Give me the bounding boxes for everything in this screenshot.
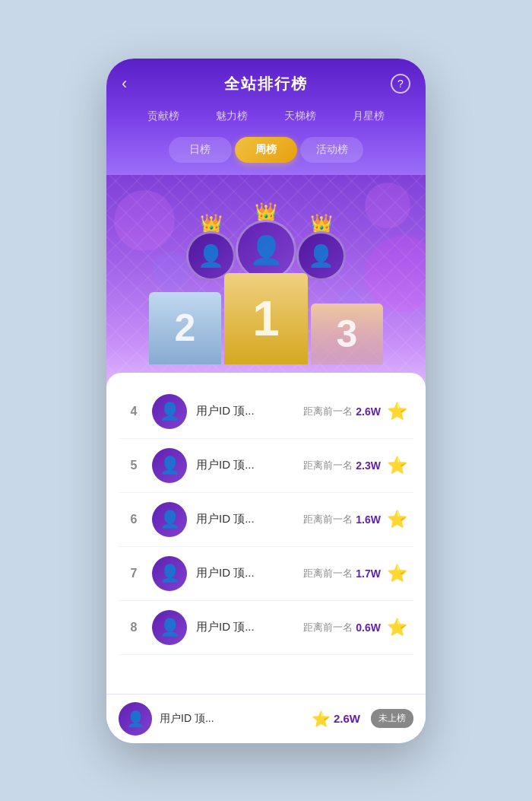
- star-icon: ⭐: [387, 402, 407, 421]
- rank-avatar: 👤: [152, 502, 187, 537]
- rank-username: 用户ID 顶...: [196, 512, 303, 526]
- list-item: 5 👤 用户ID 顶... 距离前一名 2.3W ⭐: [119, 439, 413, 493]
- rank-username: 用户ID 顶...: [196, 620, 303, 634]
- podium-block-2: 2: [149, 292, 221, 364]
- rank-score-label: 距离前一名: [303, 459, 353, 472]
- header: ‹ 全站排行榜 ? 贡献榜 魅力榜 天梯榜 月星榜 日榜 周榜 活动榜: [106, 59, 426, 175]
- tab-charm[interactable]: 魅力榜: [210, 106, 254, 126]
- user-icon: 👤: [160, 456, 180, 475]
- rank-username: 用户ID 顶...: [196, 404, 303, 418]
- podium-rank1: 👑 👤: [236, 202, 296, 281]
- user-icon: 👤: [160, 510, 180, 529]
- rank-number: 8: [125, 621, 143, 634]
- star-icon: ⭐: [387, 456, 407, 475]
- rank-score: 1.7W: [356, 567, 381, 580]
- rank-score-label: 距离前一名: [303, 405, 353, 418]
- back-button[interactable]: ‹: [122, 74, 127, 94]
- podium-block-3: 3: [311, 304, 383, 364]
- tab-contribution[interactable]: 贡献榜: [141, 106, 185, 126]
- bottom-username: 用户ID 顶...: [160, 712, 312, 726]
- rank-score: 2.3W: [356, 459, 381, 472]
- podium-blocks: 2 1 3: [122, 273, 410, 364]
- category-tabs: 贡献榜 魅力榜 天梯榜 月星榜: [122, 106, 410, 126]
- rank-number: 7: [125, 567, 143, 580]
- podium-rank3: 👑 👤: [296, 213, 346, 281]
- avatar-rank1: 👤: [236, 220, 296, 281]
- tab-daily[interactable]: 日榜: [169, 137, 232, 163]
- help-button[interactable]: ?: [391, 74, 410, 94]
- podium-section: 👑 👤 👑 👤 👑 👤 2 1: [106, 175, 426, 388]
- podium-block-1: 1: [224, 273, 308, 364]
- rank-avatar: 👤: [152, 394, 187, 429]
- period-tabs: 日榜 周榜 活动榜: [122, 137, 410, 175]
- list-item: 7 👤 用户ID 顶... 距离前一名 1.7W ⭐: [119, 547, 413, 601]
- rank-username: 用户ID 顶...: [196, 458, 303, 472]
- tab-weekly[interactable]: 周榜: [235, 137, 298, 163]
- rank-score-label: 距离前一名: [303, 567, 353, 580]
- user-icon: 👤: [160, 564, 180, 583]
- user-icon-rank1: 👤: [249, 234, 283, 266]
- tab-activity[interactable]: 活动榜: [300, 137, 363, 163]
- rank-number: 5: [125, 459, 143, 472]
- rank-avatar: 👤: [152, 610, 187, 645]
- tab-ladder[interactable]: 天梯榜: [278, 106, 322, 126]
- tab-star[interactable]: 月星榜: [347, 106, 391, 126]
- rank-avatar: 👤: [152, 556, 187, 591]
- not-ranked-badge: 未上榜: [371, 709, 413, 728]
- bottom-score: 2.6W: [334, 712, 360, 725]
- bottom-bar: 👤 用户ID 顶... ⭐ 2.6W 未上榜: [106, 694, 426, 743]
- list-item: 6 👤 用户ID 顶... 距离前一名 1.6W ⭐: [119, 493, 413, 547]
- rank-avatar: 👤: [152, 448, 187, 483]
- bottom-avatar: 👤: [119, 702, 152, 736]
- rank-score: 1.6W: [356, 513, 381, 526]
- user-icon-rank2: 👤: [198, 243, 224, 269]
- rank-score-label: 距离前一名: [303, 513, 353, 526]
- page-title: 全站排行榜: [224, 74, 308, 94]
- phone-container: ‹ 全站排行榜 ? 贡献榜 魅力榜 天梯榜 月星榜 日榜 周榜 活动榜 👑: [106, 59, 426, 743]
- bottom-star-icon: ⭐: [312, 710, 331, 728]
- user-icon: 👤: [160, 402, 180, 421]
- list-item: 8 👤 用户ID 顶... 距离前一名 0.6W ⭐: [119, 601, 413, 655]
- user-icon: 👤: [160, 618, 180, 637]
- rank-list: 4 👤 用户ID 顶... 距离前一名 2.6W ⭐ 5 👤 用户ID 顶...…: [106, 373, 426, 743]
- bottom-user-icon: 👤: [126, 710, 145, 728]
- rank-username: 用户ID 顶...: [196, 566, 303, 580]
- podium-avatars: 👑 👤 👑 👤 👑 👤: [122, 183, 410, 281]
- star-icon: ⭐: [387, 618, 407, 637]
- star-icon: ⭐: [387, 564, 407, 583]
- star-icon: ⭐: [387, 510, 407, 529]
- rank-score: 2.6W: [356, 405, 381, 418]
- rank-number: 4: [125, 405, 143, 418]
- list-item: 4 👤 用户ID 顶... 距离前一名 2.6W ⭐: [119, 385, 413, 439]
- header-top: ‹ 全站排行榜 ?: [122, 74, 410, 94]
- user-icon-rank3: 👤: [308, 243, 334, 269]
- podium-rank2: 👑 👤: [186, 213, 236, 281]
- rank-score-label: 距离前一名: [303, 621, 353, 634]
- rank-score: 0.6W: [356, 621, 381, 634]
- rank-number: 6: [125, 513, 143, 526]
